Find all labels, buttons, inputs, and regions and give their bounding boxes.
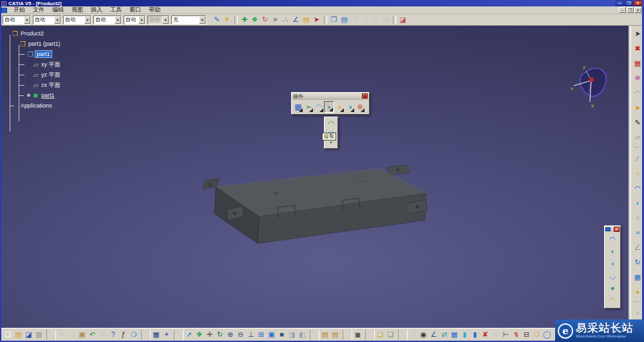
tree-item-part1-parent[interactable]: ❒ part1 (part1)	[3, 39, 118, 49]
menu-item[interactable]: 插入	[87, 6, 106, 14]
save-icon[interactable]: ◪	[24, 330, 33, 340]
auto-combo[interactable]: 自动 ▾	[63, 15, 91, 24]
sphere-icon[interactable]: ●	[632, 287, 643, 297]
product-structure-icon[interactable]: ❋	[632, 73, 643, 83]
design-table-icon[interactable]: ▦	[632, 58, 643, 68]
tree-item-yz-plane[interactable]: ▱ yz 平面	[3, 70, 118, 80]
pan-icon[interactable]: ✛	[205, 330, 214, 340]
constraint-icon[interactable]: ➤	[312, 15, 321, 24]
toolbar-grip[interactable]	[343, 330, 352, 340]
iso-view-icon[interactable]: ▣	[267, 330, 276, 340]
toolbar-grip[interactable]	[141, 330, 151, 340]
ellipse-tool-icon[interactable]: ◯	[542, 330, 552, 340]
disassemble-icon[interactable]: ◗	[324, 101, 334, 113]
delete-icon[interactable]: ✖	[632, 43, 643, 53]
print-icon[interactable]: ▥	[34, 330, 44, 340]
mdi-minimize-button[interactable]: ─	[619, 7, 626, 13]
healing-icon[interactable]: ➢	[303, 101, 314, 113]
comment-icon[interactable]: ❍	[129, 330, 138, 340]
options-icon[interactable]: ≡	[491, 330, 500, 340]
component-catalog-icon[interactable]: ▤	[330, 330, 340, 340]
auto-combo[interactable]: 自动 ▾	[93, 15, 122, 24]
move-icon[interactable]: ✚	[240, 15, 249, 24]
capture-icon[interactable]: ◼	[353, 330, 363, 340]
revolve-icon[interactable]: ◡	[607, 271, 618, 281]
tree-node-label[interactable]: zx 平面	[40, 81, 62, 90]
menu-item[interactable]: 开始	[10, 6, 29, 14]
combo-dropdown-icon[interactable]: ▾	[84, 16, 91, 24]
hidden-line-view-icon[interactable]: ◧	[298, 330, 307, 340]
undo-icon[interactable]: ↶	[88, 330, 97, 340]
table-format-icon[interactable]: ▤	[381, 15, 390, 24]
offset-surface-icon[interactable]: ◗	[607, 246, 618, 257]
toolbar-grip[interactable]	[174, 330, 184, 340]
cylinder-icon[interactable]: ▮	[460, 330, 469, 340]
auto-combo[interactable]: 自动 ▾	[3, 15, 31, 24]
fly-mode-icon[interactable]: ➚	[184, 330, 194, 340]
tree-toggle-icon[interactable]: ⊢	[501, 330, 511, 340]
toolbar-grip[interactable]	[234, 15, 238, 24]
toolbar-grip[interactable]	[365, 330, 375, 340]
tree-expand-icon[interactable]: ⊕	[26, 93, 32, 98]
globe-icon[interactable]: ◉	[419, 330, 428, 340]
paste-icon[interactable]: ▣	[77, 330, 87, 340]
copy-icon[interactable]: ❐	[67, 330, 77, 340]
formula-icon[interactable]: ƒ	[118, 330, 128, 340]
list-icon[interactable]: ⊟	[522, 330, 531, 340]
link-format-icon[interactable]: ❒	[370, 15, 380, 24]
blend-icon[interactable]: ◖	[607, 258, 618, 269]
help-icon[interactable]: ?	[108, 330, 118, 340]
axis-system-icon[interactable]: ∠	[429, 330, 439, 340]
multi-view-icon[interactable]: ⊞	[256, 330, 266, 340]
zoom-out-icon[interactable]: ⊖	[236, 330, 245, 340]
circle-icon[interactable]: ○	[632, 213, 643, 223]
operations-close-button[interactable]: ✕	[362, 93, 368, 99]
paste-geometry-icon[interactable]: ❏	[386, 330, 395, 340]
dropdown-arrow-icon[interactable]: ▾	[330, 140, 332, 144]
catalog-browser-icon[interactable]: ▤	[320, 330, 330, 340]
menu-item[interactable]: 文件	[29, 6, 48, 14]
auto-combo[interactable]: 自动 ▾	[124, 15, 146, 24]
combo-dropdown-icon[interactable]: ▾	[199, 16, 205, 24]
tree-node-label[interactable]: part1	[35, 50, 52, 58]
graphic-properties-wizard-icon[interactable]: ✎	[212, 15, 222, 24]
tree-item-zx-plane[interactable]: ▱ zx 平面	[3, 80, 118, 90]
snap-icon[interactable]: ➤	[270, 15, 280, 24]
light-effect-icon[interactable]: ☀	[222, 15, 232, 24]
open-icon[interactable]: ▤	[14, 330, 23, 340]
menu-item[interactable]: 帮助	[145, 6, 164, 14]
combo-dropdown-icon[interactable]: ▾	[24, 16, 30, 24]
copy-geometry-icon[interactable]: ❏	[375, 330, 385, 340]
surface-dome-icon[interactable]: ◠	[632, 88, 643, 98]
material-icon[interactable]: ◪	[398, 15, 408, 24]
fill-icon[interactable]: ●	[607, 283, 618, 294]
close-button[interactable]: ✕	[634, 1, 642, 6]
new-document-icon[interactable]: ❏	[3, 330, 13, 340]
ellipse-icon[interactable]: ○	[632, 168, 643, 178]
interrupt-icon[interactable]: ✘	[480, 330, 490, 340]
boundary-icon[interactable]: ◠	[325, 118, 337, 129]
combo-dropdown-icon[interactable]: ▾	[138, 16, 145, 24]
compass[interactable]: x z y	[570, 63, 611, 108]
surfaces-toolbar-titlebar[interactable]: ✕	[605, 226, 620, 232]
tree-item-xy-plane[interactable]: ▱ xy 平面	[3, 59, 118, 70]
normal-view-icon[interactable]: ⊥	[246, 330, 256, 340]
join-icon[interactable]: ▦	[293, 101, 303, 113]
search-icon[interactable]: ❍	[532, 330, 542, 340]
model-3d[interactable]	[193, 128, 433, 246]
work-grid-icon[interactable]: ▦	[450, 330, 459, 340]
tree-node-label[interactable]: part1	[40, 92, 56, 99]
auto-combo[interactable]: 无 ▾	[171, 15, 206, 24]
sweep-surface-icon[interactable]: ◠	[632, 183, 643, 193]
redo-icon[interactable]: ↷	[98, 330, 108, 340]
menu-item[interactable]: 编辑	[48, 6, 68, 14]
toolbar-grip[interactable]	[398, 330, 408, 340]
tree-item-part1-body[interactable]: ⊕ ✱ part1	[3, 90, 118, 100]
zoom-in-icon[interactable]: ⊕	[225, 330, 235, 340]
menu-item[interactable]: 工具	[106, 6, 126, 14]
trim-icon[interactable]: ◑	[345, 101, 355, 113]
toolbar-grip[interactable]	[324, 15, 327, 24]
power-input-icon[interactable]: ↯	[511, 330, 521, 340]
measure-icon[interactable]: ∠	[291, 15, 301, 24]
paste-format-icon[interactable]: ❑	[360, 15, 370, 24]
